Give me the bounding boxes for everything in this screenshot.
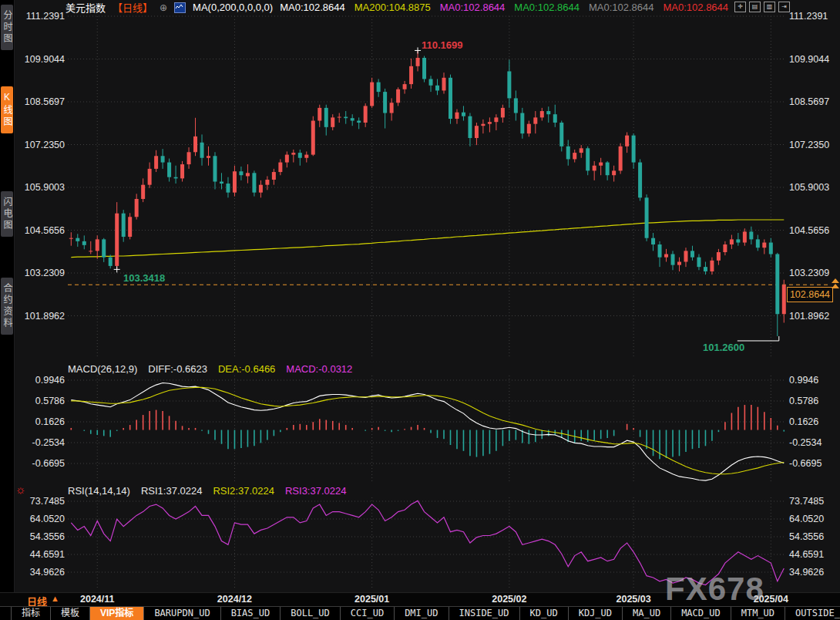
sidebar-tab-3[interactable]: 闪电图 xyxy=(1,191,13,237)
rsi-axis-label-right: 64.0520 xyxy=(789,514,824,524)
april-low-annotation: 101.2600 xyxy=(703,342,744,353)
toolbar-tab-2[interactable]: 模板 xyxy=(51,607,90,620)
ma-value: MA0:102.8644 xyxy=(280,2,345,13)
price-axis-label-right: 108.5697 xyxy=(789,96,829,107)
price-axis-label-right: 101.8962 xyxy=(789,311,829,322)
ma-value: MA0:102.8644 xyxy=(589,2,654,13)
sidebar-tab-2[interactable]: K线图 xyxy=(1,86,13,133)
rsi-axis-label-left: 44.6591 xyxy=(14,549,65,560)
x-axis-month-label: 2024/11 xyxy=(80,594,115,605)
rsi-axis-label-right: 54.3556 xyxy=(789,531,824,542)
x-axis-month-label: 2025/02 xyxy=(492,594,526,605)
indicator-toolbar: 指标模板VIP指标BARUPDN_UDBIAS_UDBOLL_UDCCI_UDD… xyxy=(0,606,840,620)
macd-axis-label-left: 0.5786 xyxy=(14,396,65,406)
price-axis-label-right: 105.9003 xyxy=(789,182,829,193)
price-axis-label-left: 111.2391 xyxy=(14,11,65,22)
window-controls: ✛▤▥⇥ xyxy=(734,2,790,12)
price-axis-label-left: 108.5697 xyxy=(14,96,65,107)
macd-panel-title: MACD(26,12,9) DIFF:-0.6623 DEA:-0.6466 M… xyxy=(68,363,352,375)
toolbar-tab-10[interactable]: KD_UD xyxy=(520,607,569,620)
macd-axis-label-right: -0.2534 xyxy=(789,437,822,448)
rsi-axis-label-left: 64.0520 xyxy=(14,514,65,524)
price-axis-label-right: 107.2350 xyxy=(789,140,829,150)
toolbar-tab-8[interactable]: DMI_UD xyxy=(395,607,449,620)
zoom-horizontal-icon[interactable]: ▥ xyxy=(764,2,775,12)
macd-diff-value: DIFF:-0.6623 xyxy=(148,363,207,375)
toolbar-tab-7[interactable]: CCI_UD xyxy=(341,607,395,620)
rsi-axis-label-right: 34.9626 xyxy=(789,567,824,578)
rsi-axis-label-right: 44.6591 xyxy=(789,549,824,560)
macd-axis-label-right: -0.6695 xyxy=(789,458,822,469)
macd-axis-label-left: -0.2534 xyxy=(14,437,65,448)
sidebar: 分时图K线图闪电图合约资料 xyxy=(0,0,15,592)
macd-axis-label-left: 0.1626 xyxy=(14,416,65,427)
rsi-panel-title: RSI(14,14,14) RSI1:37.0224 RSI2:37.0224 … xyxy=(68,485,346,497)
price-axis-label-left: 105.9003 xyxy=(14,182,65,193)
high-price-annotation: 110.1699 xyxy=(422,39,463,51)
rsi-axis-label-left: 54.3556 xyxy=(14,531,65,542)
toolbar-tab-13[interactable]: MACD_UD xyxy=(671,607,731,620)
rsi1-value: RSI1:37.0224 xyxy=(141,485,203,497)
price-axis-label-left: 103.2309 xyxy=(14,268,65,278)
x-axis-month-label: 2025/01 xyxy=(354,594,389,605)
toolbar-tab-4[interactable]: BARUPDN_UD xyxy=(144,607,220,620)
toolbar-tab-9[interactable]: INSIDE_UD xyxy=(449,607,520,620)
price-axis-label-left: 104.5656 xyxy=(14,225,65,236)
candlestick-chart-canvas[interactable] xyxy=(0,0,840,592)
scroll-to-latest-icon[interactable] xyxy=(832,278,839,289)
symbol-name: 美元指数 xyxy=(66,0,106,15)
x-axis-month-label: 2024/12 xyxy=(217,594,252,605)
rsi3-value: RSI3:37.0224 xyxy=(285,485,347,497)
toolbar-tab-15[interactable]: OUTSIDE_UD xyxy=(785,607,840,620)
toolbar-tab-1[interactable]: 指标 xyxy=(11,607,51,620)
indicator-line-icon xyxy=(174,2,186,13)
price-axis-label-left: 107.2350 xyxy=(14,140,65,150)
ma-value: MA200:104.8875 xyxy=(354,2,431,13)
pan-icon[interactable]: ✛ xyxy=(734,2,746,12)
add-indicator-icon[interactable]: ⊕ xyxy=(160,2,167,13)
period-dropdown-arrow-icon[interactable]: ▲ xyxy=(51,594,59,603)
price-axis-label-right: 104.5656 xyxy=(789,225,829,236)
macd-macd-value: MACD:-0.0312 xyxy=(286,363,352,375)
macd-axis-label-right: 0.5786 xyxy=(789,396,818,406)
toolbar-tab-11[interactable]: KDJ_UD xyxy=(569,607,623,620)
ma-values: MA0:102.8644MA200:104.8875MA0:102.8644MA… xyxy=(280,2,728,13)
macd-axis-label-right: 0.9946 xyxy=(789,375,818,386)
rsi-axis-label-left: 34.9626 xyxy=(14,567,65,578)
sidebar-tab-1[interactable]: 分时图 xyxy=(1,5,13,50)
rsi-axis-label-left: 73.7485 xyxy=(14,496,65,507)
ma-value: MA0:102.8644 xyxy=(440,2,506,13)
toolbar-tab-5[interactable]: BIAS_UD xyxy=(221,607,281,620)
last-price-box[interactable]: 102.8644 xyxy=(787,287,833,302)
rsi-title: RSI(14,14,14) xyxy=(68,485,130,497)
period-tag[interactable]: 【日线】 xyxy=(113,0,153,15)
rsi2-value: RSI2:37.0224 xyxy=(213,485,274,497)
chart-header: 美元指数 【日线】 ⊕ MA(0,200,0,0,0,0) MA0:102.86… xyxy=(66,1,728,14)
price-axis-label-right: 103.2309 xyxy=(789,268,829,278)
price-axis-label-right: 109.9044 xyxy=(789,54,829,65)
chart-application-window: { "header": { "symbol": "美元指数", "period_… xyxy=(0,0,840,620)
macd-title: MACD(26,12,9) xyxy=(68,363,137,375)
ma-value: MA0:102.8644 xyxy=(514,2,580,13)
price-axis-label-right: 111.2391 xyxy=(789,11,828,22)
rsi-axis-label-right: 73.7485 xyxy=(789,496,824,507)
toolbar-tab-12[interactable]: MA_UD xyxy=(623,607,671,620)
price-axis-label-left: 101.8962 xyxy=(14,311,65,322)
macd-axis-label-left: -0.6695 xyxy=(14,458,65,469)
zoom-vertical-icon[interactable]: ▤ xyxy=(749,2,761,12)
x-axis-month-label: 2025/03 xyxy=(617,594,651,605)
macd-axis-label-right: 0.1626 xyxy=(789,416,818,427)
exit-window-icon[interactable]: ⇥ xyxy=(778,2,790,12)
fx678-watermark: FX678 xyxy=(665,571,764,608)
toolbar-tab-14[interactable]: MTM_UD xyxy=(731,607,785,620)
ma-value: MA0:102.8644 xyxy=(664,2,729,13)
ma-formula: MA(0,200,0,0,0,0) xyxy=(193,2,273,13)
price-axis-label-left: 109.9044 xyxy=(14,54,65,65)
november-low-annotation: 103.3418 xyxy=(123,272,165,284)
panel-settings-icon[interactable]: ☼ xyxy=(15,484,26,496)
toolbar-tab-3[interactable]: VIP指标 xyxy=(90,607,144,620)
toolbar-tab-6[interactable]: BOLL_UD xyxy=(281,607,341,620)
macd-dea-value: DEA:-0.6466 xyxy=(218,363,275,375)
macd-axis-label-left: 0.9946 xyxy=(14,375,65,386)
sidebar-tab-4[interactable]: 合约资料 xyxy=(1,278,13,335)
